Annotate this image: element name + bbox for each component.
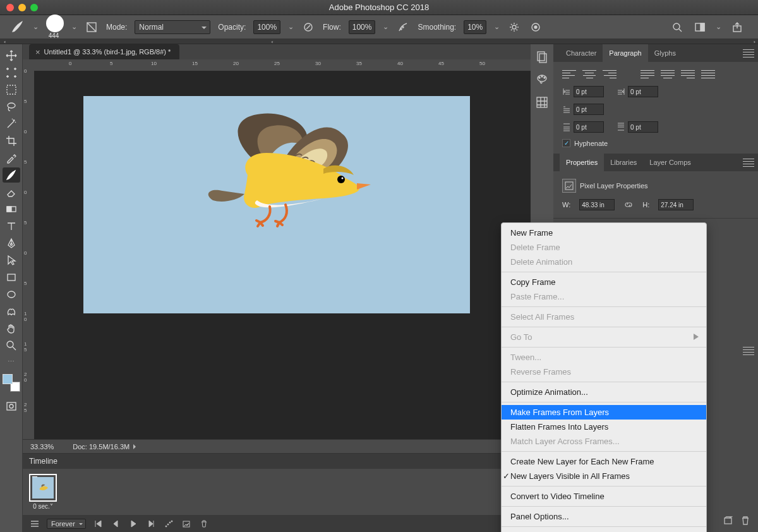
tab-properties[interactable]: Properties [560,154,604,171]
tab-libraries[interactable]: Libraries [604,154,643,171]
artboard-tool[interactable] [3,65,20,80]
brush-panel-icon[interactable] [85,20,99,34]
menu-item[interactable]: ✓New Layers Visible in All Frames [502,469,706,483]
trash-icon[interactable] [198,518,210,529]
justify-all-icon[interactable] [701,68,715,80]
foreground-background-colors[interactable] [3,374,20,392]
pressure-opacity-icon[interactable] [301,20,315,34]
path-select-tool[interactable] [3,253,20,268]
first-frame-icon[interactable] [92,518,104,529]
width-input[interactable] [579,199,615,210]
indent-left-field[interactable] [562,86,604,97]
doc-size-label[interactable]: Doc: 19.5M/16.3M [73,443,138,450]
gear-icon[interactable] [507,20,521,34]
link-wh-icon[interactable] [623,200,634,210]
chevron-down-icon[interactable]: ⌄ [383,23,388,31]
expand-right-icon[interactable]: ›› [754,39,754,44]
chevron-down-icon[interactable]: ⌄ [494,23,500,31]
blend-mode-select[interactable]: Normal [135,20,210,34]
chevron-down-icon[interactable]: ⌄ [71,23,77,31]
panel-menu-icon[interactable] [743,157,754,168]
canvas-viewport[interactable]: 05101520253035404550 050505051 01 52 02 … [23,59,531,439]
dots-icon[interactable]: ⋯ [8,358,15,366]
move-tool[interactable] [3,48,20,63]
tab-glyphs[interactable]: Glyphs [648,44,682,62]
workspace-icon[interactable] [693,20,707,34]
loop-select[interactable]: Forever [47,519,86,529]
menu-item[interactable]: Panel Options... [502,509,706,524]
grid-icon[interactable] [536,96,548,110]
airbrush-icon[interactable] [396,20,410,34]
menu-item[interactable]: Make Frames From Layers [502,405,706,420]
share-icon[interactable] [730,20,744,34]
artboard[interactable] [83,96,470,313]
document-tab[interactable]: × Untitled1 @ 33.3% (bird-1.jpg, RGB/8#)… [29,44,179,59]
hyphenate-checkbox[interactable]: ✓Hyphenate [562,139,749,147]
chevron-down-icon[interactable]: ⌄ [288,23,294,31]
tab-character[interactable]: Character [560,44,603,62]
menu-item[interactable]: New Frame [502,226,706,240]
search-icon[interactable] [670,20,684,34]
timeline-menu-icon[interactable] [29,518,40,529]
gradient-tool[interactable] [3,202,20,217]
expand-right-icon[interactable]: ‹‹ [271,39,272,44]
swatches-icon[interactable] [536,73,548,87]
window-zoom-button[interactable] [30,4,38,11]
frame-duration[interactable]: 0 sec.˅ [33,503,53,510]
pen-tool[interactable] [3,236,20,251]
align-left-icon[interactable] [562,68,576,80]
new-frame-icon[interactable] [181,518,192,529]
brush-preview[interactable] [46,15,64,32]
chevron-down-icon[interactable]: ⌄ [716,23,721,31]
panel-menu-icon[interactable] [743,47,754,59]
next-frame-icon[interactable] [145,518,157,529]
crop-tool[interactable] [3,133,20,148]
opacity-value[interactable]: 100% [253,20,280,34]
flow-value[interactable]: 100% [349,20,376,34]
lasso-tool[interactable] [3,99,20,114]
indent-right-field[interactable] [617,86,658,97]
zoom-tool[interactable] [3,338,20,353]
play-icon[interactable] [128,518,139,529]
timeline-frame[interactable]: 1 0 sec.˅ [29,474,57,510]
justify-right-icon[interactable] [681,68,695,80]
space-before-field[interactable] [562,121,604,133]
first-line-indent-field[interactable] [562,104,604,115]
tween-icon[interactable] [163,518,174,529]
marquee-tool[interactable] [3,82,20,97]
eraser-tool[interactable] [3,184,20,200]
new-layer-icon[interactable] [723,516,733,527]
expand-left-icon[interactable]: ‹‹ [4,39,4,44]
align-right-icon[interactable] [603,68,617,80]
pressure-size-icon[interactable] [529,20,543,34]
height-input[interactable] [658,199,694,210]
chevron-down-icon[interactable]: ⌄ [33,23,39,31]
custom-shape-tool[interactable] [3,304,20,319]
eyedropper-tool[interactable] [3,150,20,166]
window-minimize-button[interactable] [18,4,26,11]
panel-menu-icon[interactable] [743,345,754,356]
window-close-button[interactable] [6,4,14,11]
align-center-icon[interactable] [582,68,596,80]
ellipse-tool[interactable] [3,287,20,302]
magic-wand-tool[interactable] [3,116,20,131]
history-icon[interactable] [536,51,548,64]
brush-tool[interactable] [3,167,20,183]
menu-item[interactable]: Flatten Frames Into Layers [502,420,706,434]
close-tab-icon[interactable]: × [35,47,40,57]
justify-center-icon[interactable] [661,68,675,80]
smoothing-value[interactable]: 10% [464,20,486,34]
justify-left-icon[interactable] [641,68,654,80]
menu-item[interactable]: Close [502,529,706,532]
menu-item[interactable]: Optimize Animation... [502,385,706,399]
tab-layer-comps[interactable]: Layer Comps [643,154,697,171]
trash-icon[interactable] [740,516,750,527]
type-tool[interactable] [3,219,20,234]
hand-tool[interactable] [3,321,20,336]
zoom-level[interactable]: 33.33% [30,443,54,450]
current-tool-icon[interactable] [10,19,25,35]
menu-item[interactable]: Copy Frame [502,275,706,289]
menu-item[interactable]: Convert to Video Timeline [502,489,706,504]
rectangle-tool[interactable] [3,270,20,285]
space-after-field[interactable] [617,121,658,133]
